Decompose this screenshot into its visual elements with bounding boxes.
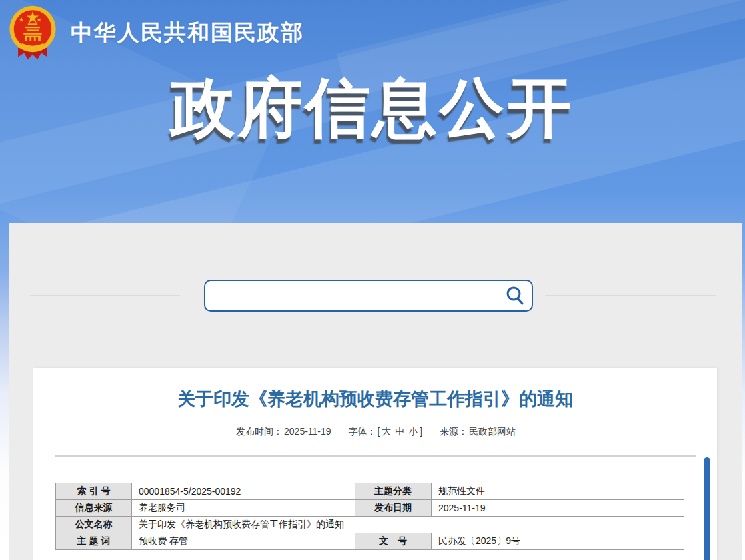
article-card: 关于印发《养老机构预收费存管工作指引》的通知 发布时间：2025-11-19 字… [33, 368, 717, 560]
publish-date-label: 发布日期 [355, 500, 432, 517]
publish-date-value: 2025-11-19 [432, 500, 684, 517]
table-row: 公文名称 关于印发《养老机构预收费存管工作指引》的通知 [56, 517, 684, 533]
table-row: 索 引 号 00001854-5/2025-00192 主题分类 规范性文件 [56, 483, 684, 500]
keywords-value: 预收费 存管 [132, 533, 355, 550]
topic-category-value: 规范性文件 [432, 483, 684, 500]
article-meta: 发布时间：2025-11-19 字体：[大中小] 来源：民政部网站 [33, 426, 717, 438]
font-size-large-button[interactable]: 大 [382, 426, 391, 437]
search-icon [505, 286, 525, 306]
article-title: 关于印发《养老机构预收费存管工作指引》的通知 [33, 387, 717, 411]
document-info-table: 索 引 号 00001854-5/2025-00192 主题分类 规范性文件 信… [55, 483, 684, 550]
page-background: 中华人民共和国民政部 政府信息公开 关于印发《养老机构预收费存管工作指引》的通知… [0, 0, 745, 560]
top-banner: 中华人民共和国民政部 政府信息公开 [0, 0, 745, 223]
publish-time-label: 发布时间： [236, 426, 283, 437]
topic-category-label: 主题分类 [355, 483, 432, 500]
search-input[interactable] [205, 281, 498, 310]
table-row: 主 题 词 预收费 存管 文 号 民办发〔2025〕9号 [56, 533, 684, 550]
doc-number-value: 民办发〔2025〕9号 [432, 533, 684, 550]
ministry-name: 中华人民共和国民政部 [71, 18, 304, 48]
national-emblem-icon [8, 5, 57, 61]
meta-divider [55, 455, 696, 457]
font-size-medium-button[interactable]: 中 [395, 426, 404, 437]
doc-number-label: 文 号 [355, 533, 432, 550]
source-label: 来源： [440, 426, 468, 437]
font-size-label: 字体： [348, 426, 376, 437]
document-name-value: 关于印发《养老机构预收费存管工作指引》的通知 [132, 517, 684, 533]
keywords-label: 主 题 词 [56, 533, 132, 550]
scrollbar-thumb[interactable] [704, 457, 710, 560]
font-bracket-open: [ [377, 426, 380, 437]
index-number-label: 索 引 号 [56, 483, 132, 500]
publish-time-value: 2025-11-19 [284, 426, 331, 437]
table-row: 信息来源 养老服务司 发布日期 2025-11-19 [56, 500, 684, 517]
source-value: 民政部网站 [469, 426, 516, 437]
content-panel: 关于印发《养老机构预收费存管工作指引》的通知 发布时间：2025-11-19 字… [9, 223, 742, 560]
index-number-value: 00001854-5/2025-00192 [132, 483, 355, 500]
page-title: 政府信息公开 [0, 65, 745, 152]
info-source-value: 养老服务司 [132, 500, 355, 517]
search-button[interactable] [498, 281, 532, 310]
font-bracket-close: ] [420, 426, 422, 437]
info-source-label: 信息来源 [56, 500, 132, 517]
search-divider-right [545, 295, 716, 296]
document-name-label: 公文名称 [56, 517, 132, 533]
search-box [204, 280, 533, 312]
font-size-small-button[interactable]: 小 [408, 426, 418, 437]
search-divider-left [30, 295, 180, 296]
